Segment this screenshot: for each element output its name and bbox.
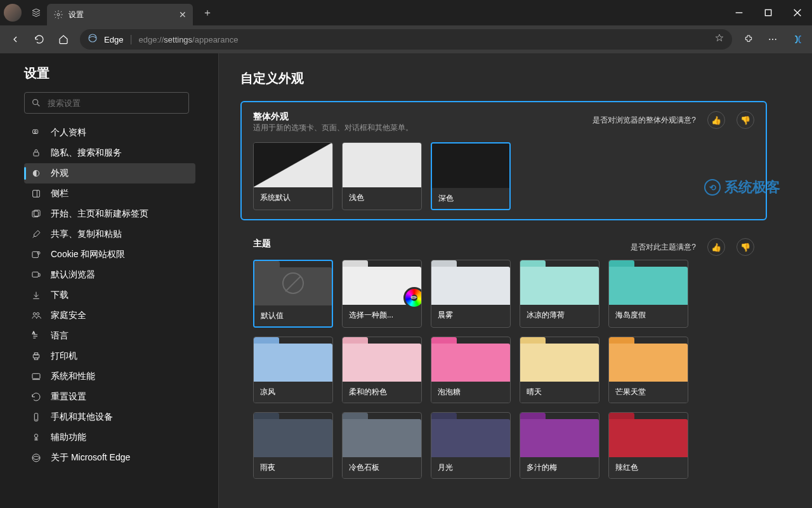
- maximize-button[interactable]: [754, 0, 783, 25]
- theme-card-13[interactable]: .f13::before{background:#7a2a8a}.f13::af…: [520, 412, 599, 479]
- url-site: Edge: [104, 35, 123, 44]
- theme-card-14[interactable]: .f14::before{background:#a82030}.f14::af…: [608, 412, 688, 479]
- sidebar-icon: [30, 432, 42, 443]
- svg-rect-26: [34, 353, 37, 355]
- workspaces-button[interactable]: [25, 2, 47, 23]
- new-tab-button[interactable]: ＋: [197, 2, 218, 23]
- sidebar-icon: [30, 269, 42, 281]
- thumbs-up-button[interactable]: 👍: [707, 111, 725, 129]
- theme-card-9[interactable]: .f9::before{background:#e89838}.f9::afte…: [608, 337, 688, 403]
- svg-point-0: [57, 13, 60, 16]
- svg-rect-27: [34, 358, 37, 360]
- sidebar-icon: [30, 391, 42, 403]
- svg-point-20: [37, 251, 40, 254]
- theme-card-8[interactable]: .f8::before{background:#e8c878}.f8::afte…: [520, 337, 599, 403]
- theme-card-3[interactable]: .f3::before{background:#7fd4c8}.f3::afte…: [520, 260, 599, 328]
- sidebar-item-3[interactable]: 侧栏: [24, 184, 195, 204]
- sidebar-icon: [30, 168, 42, 179]
- sidebar-icon: [30, 371, 42, 382]
- sidebar-item-12[interactable]: 系统和性能: [24, 366, 195, 387]
- svg-point-23: [37, 312, 39, 315]
- sidebar-icon: [30, 290, 42, 301]
- thumbs-up-button[interactable]: 👍: [707, 238, 725, 256]
- sidebar-item-6[interactable]: Cookie 和网站权限: [24, 244, 195, 265]
- theme-card-11[interactable]: .f11::before{background:#58626e}.f11::af…: [342, 412, 422, 479]
- minimize-button[interactable]: [724, 0, 754, 25]
- gear-icon: [53, 10, 63, 20]
- sidebar-icon: [30, 229, 42, 240]
- favorite-icon[interactable]: [714, 33, 724, 46]
- sidebar-icon: [30, 147, 42, 159]
- sidebar-icon: [30, 249, 42, 260]
- sidebar-item-8[interactable]: 下载: [24, 285, 195, 305]
- no-theme-icon: [282, 272, 304, 294]
- profile-avatar[interactable]: [4, 4, 22, 22]
- svg-point-5: [89, 34, 96, 42]
- appearance-option-1[interactable]: 浅色: [342, 142, 422, 210]
- menu-button[interactable]: [761, 28, 784, 51]
- extensions-button[interactable]: [737, 28, 760, 51]
- theme-card-7[interactable]: .f7::before{background:#e85a9a}.f7::afte…: [431, 337, 511, 403]
- theme-card-6[interactable]: .f6::before{background:#e8a8b8}.f6::afte…: [342, 337, 422, 403]
- sidebar-item-4[interactable]: 开始、主页和新建标签页: [24, 204, 195, 224]
- browser-tab[interactable]: 设置 ✕: [47, 4, 193, 25]
- sidebar-icon: [30, 310, 42, 321]
- theme-card-5[interactable]: .f5::before{background:#7aa8d8}.f5::afte…: [253, 337, 333, 403]
- sidebar-item-1[interactable]: 隐私、搜索和服务: [24, 143, 195, 163]
- sidebar-icon: [30, 351, 42, 362]
- sidebar-item-2[interactable]: 外观: [24, 163, 195, 184]
- appearance-option-2[interactable]: 深色: [431, 142, 511, 210]
- theme-card-1[interactable]: .f1::before{background:#d8d8d8}.f1::afte…: [342, 260, 422, 328]
- sidebar-icon: A: [30, 330, 42, 342]
- tab-close-button[interactable]: ✕: [179, 10, 187, 20]
- back-button[interactable]: [4, 28, 27, 51]
- thumbs-down-button[interactable]: 👎: [737, 238, 754, 256]
- svg-point-33: [32, 454, 40, 462]
- svg-point-22: [33, 312, 36, 315]
- sidebar-item-14[interactable]: 手机和其他设备: [24, 407, 195, 427]
- theme-card-2[interactable]: .f2::before{background:#c8cdd1}.f2::afte…: [431, 260, 511, 328]
- sidebar-icon: [30, 208, 42, 220]
- svg-rect-15: [33, 190, 40, 197]
- sidebar-icon: [30, 411, 42, 423]
- sidebar-item-16[interactable]: 关于 Microsoft Edge: [24, 448, 195, 468]
- sidebar-item-0[interactable]: 个人资料: [24, 123, 195, 143]
- svg-line-10: [37, 104, 39, 106]
- sidebar-icon: [30, 188, 42, 199]
- search-settings-input[interactable]: [24, 92, 189, 114]
- sidebar-icon: [30, 452, 42, 464]
- sidebar-item-5[interactable]: 共享、复制和粘贴: [24, 224, 195, 244]
- theme-card-12[interactable]: .f12::before{background:#3a3a5a}.f12::af…: [431, 412, 511, 479]
- sidebar-item-15[interactable]: 辅助功能: [24, 427, 195, 448]
- sidebar-item-11[interactable]: 打印机: [24, 346, 195, 366]
- tab-title: 设置: [69, 10, 174, 20]
- svg-point-12: [34, 131, 36, 133]
- copilot-button[interactable]: [788, 29, 808, 50]
- close-window-button[interactable]: [783, 0, 812, 25]
- theme-card-0[interactable]: .f0::before{background:#4a4a4a}.f0::afte…: [253, 260, 333, 328]
- svg-point-6: [769, 39, 770, 40]
- sidebar-item-9[interactable]: 家庭安全: [24, 305, 195, 326]
- sidebar-item-7[interactable]: 默认浏览器: [24, 265, 195, 285]
- svg-rect-21: [32, 272, 38, 277]
- edge-icon: [88, 33, 98, 46]
- address-bar[interactable]: Edge | edge://settings/appearance: [80, 29, 732, 50]
- search-icon: [31, 98, 41, 108]
- sidebar-item-13[interactable]: 重置设置: [24, 387, 195, 407]
- svg-point-32: [34, 434, 37, 438]
- theme-card-4[interactable]: .f4::before{background:#3fb8ad}.f4::afte…: [608, 260, 688, 328]
- thumbs-down-button[interactable]: 👎: [737, 111, 754, 129]
- color-picker-icon: ✎: [403, 287, 422, 309]
- sidebar-icon: [30, 127, 42, 138]
- feedback-overall-text: 是否对浏览器的整体外观满意?: [593, 115, 696, 126]
- sidebar-item-10[interactable]: A语言: [24, 326, 195, 346]
- appearance-option-0[interactable]: 系统默认: [253, 142, 333, 210]
- sidebar-title: 设置: [24, 65, 203, 82]
- refresh-button[interactable]: [28, 28, 51, 51]
- svg-rect-2: [765, 10, 771, 15]
- svg-text:A: A: [32, 331, 35, 335]
- feedback-theme-text: 是否对此主题满意?: [631, 242, 696, 253]
- svg-point-8: [775, 39, 776, 40]
- home-button[interactable]: [52, 28, 75, 51]
- theme-card-10[interactable]: .f10::before{background:#3a4452}.f10::af…: [253, 412, 333, 479]
